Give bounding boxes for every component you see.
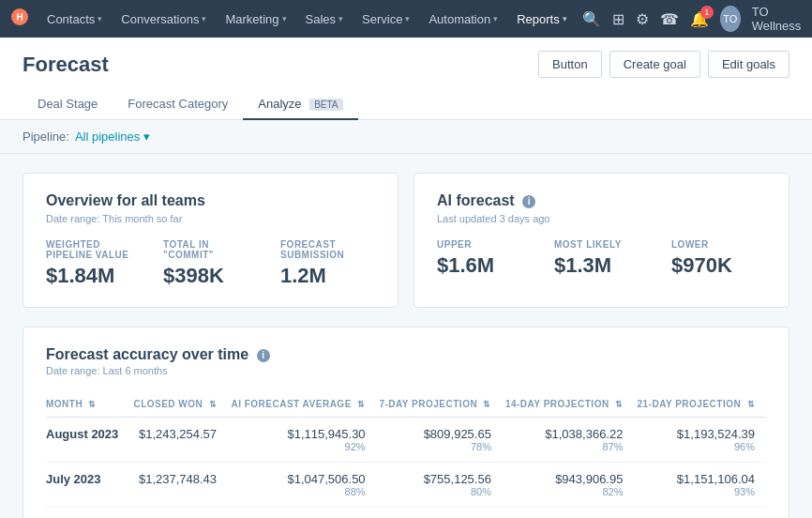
col-ai-forecast-avg: AI FORECAST AVERAGE ⇅ — [228, 391, 377, 418]
ai-forecast-card: AI forecast i Last updated 3 days ago UP… — [414, 173, 789, 308]
data-table: MONTH ⇅ CLOSED WON ⇅ AI FORECAST AVERAGE… — [46, 391, 766, 518]
metric-weighted-pipeline: WEIGHTED PIPELINE VALUE $1.84M — [46, 239, 141, 288]
nav-item-contacts[interactable]: Contacts ▾ — [39, 8, 110, 30]
table-row: June 2023 $922,609.54 $566,946.26 $766,1… — [46, 508, 766, 519]
pipeline-label: Pipeline: — [23, 130, 69, 144]
cell-month: August 2023 — [46, 418, 131, 463]
chevron-down-icon: ▾ — [338, 14, 343, 23]
metric-value: $398K — [163, 264, 258, 288]
nav-item-conversations[interactable]: Conversations ▾ — [113, 8, 214, 30]
cell-ai-forecast-avg: $1,115,945.30 92% — [228, 418, 377, 463]
chevron-down-icon: ▾ — [202, 14, 206, 23]
beta-badge: BETA — [309, 99, 342, 111]
sort-icon[interactable]: ⇅ — [483, 400, 491, 409]
chevron-down-icon: ▾ — [493, 14, 498, 23]
metric-label: WEIGHTED PIPELINE VALUE — [46, 239, 141, 260]
info-icon[interactable]: i — [522, 195, 535, 208]
cell-7day: $755,125.56 80% — [377, 463, 503, 508]
nav-item-service[interactable]: Service ▾ — [354, 8, 417, 30]
metric-label: LOWER — [671, 239, 766, 250]
settings-icon[interactable]: ⚙ — [636, 10, 649, 28]
metric-label: FORECAST SUBMISSION — [280, 239, 375, 260]
cell-ai-forecast-avg: $922,609.54 — [228, 508, 377, 519]
metric-upper: UPPER $1.6M — [437, 239, 532, 278]
col-7day: 7-DAY PROJECTION ⇅ — [377, 391, 503, 418]
sort-icon[interactable]: ⇅ — [88, 400, 97, 409]
accuracy-table-card: Forecast accuracy over time i Date range… — [23, 327, 789, 518]
col-month: MONTH ⇅ — [46, 391, 131, 418]
overview-card: Overview for all teams Date range: This … — [23, 173, 398, 308]
sort-icon[interactable]: ⇅ — [209, 400, 218, 409]
cell-7day: $809,925.65 78% — [377, 418, 503, 463]
cell-month: July 2023 — [46, 463, 131, 508]
edit-goals-button[interactable]: Edit goals — [708, 51, 789, 78]
notifications-icon[interactable]: 🔔 1 — [690, 10, 709, 28]
chevron-down-icon: ▾ — [282, 14, 287, 23]
col-21day: 21-DAY PROJECTION ⇅ — [634, 391, 766, 418]
accuracy-table-title: Forecast accuracy over time i — [46, 346, 766, 363]
metric-forecast-submission: FORECAST SUBMISSION 1.2M — [280, 239, 375, 288]
tab-analyze[interactable]: Analyze BETA — [243, 89, 357, 120]
cell-21day: $1,193,524.39 96% — [634, 418, 766, 463]
pipeline-selector[interactable]: All pipelines ▾ — [75, 130, 150, 144]
nav-item-marketing[interactable]: Marketing ▾ — [218, 8, 293, 30]
avatar[interactable]: TO — [720, 6, 741, 32]
ai-forecast-card-title: AI forecast i — [437, 192, 766, 209]
cell-14day: $1,038,366.22 87% — [503, 418, 635, 463]
button-generic[interactable]: Button — [538, 51, 602, 78]
cell-closed-won: $1,237,748.43 — [131, 463, 228, 508]
user-label[interactable]: TO Wellness — [752, 5, 806, 33]
page-header: Forecast Button Create goal Edit goals D… — [0, 38, 812, 120]
search-icon[interactable]: 🔍 — [582, 10, 601, 28]
sort-icon[interactable]: ⇅ — [357, 400, 366, 409]
nav-item-reports[interactable]: Reports ▾ — [509, 8, 575, 30]
top-nav: H Contacts ▾ Conversations ▾ Marketing ▾… — [0, 0, 812, 38]
cell-14day: $943,906.95 82% — [503, 463, 635, 508]
table-row: July 2023 $1,237,748.43 $1,047,506.50 88… — [46, 463, 766, 508]
page-title: Forecast — [23, 53, 109, 77]
metric-label: MOST LIKELY — [554, 239, 649, 250]
marketplace-icon[interactable]: ⊞ — [612, 10, 624, 28]
cell-closed-won: $1,243,254.57 — [131, 418, 228, 463]
cell-month: June 2023 — [46, 508, 131, 519]
cell-21day: $1,151,106.04 93% — [634, 463, 766, 508]
cell-14day: $766,143.59 — [503, 508, 635, 519]
metric-value: 1.2M — [280, 264, 375, 288]
metric-value: $1.6M — [437, 253, 532, 278]
notification-badge: 1 — [700, 6, 714, 19]
tab-forecast-category[interactable]: Forecast Category — [113, 89, 243, 120]
overview-card-title: Overview for all teams — [46, 192, 375, 209]
cell-ai-forecast-avg: $1,047,506.50 88% — [228, 463, 377, 508]
chevron-down-icon: ▾ — [563, 14, 567, 23]
cards-row: Overview for all teams Date range: This … — [23, 173, 789, 308]
cell-closed-won — [131, 508, 228, 519]
col-closed-won: CLOSED WON ⇅ — [131, 391, 228, 418]
sub-header: Pipeline: All pipelines ▾ — [0, 120, 812, 154]
info-icon[interactable]: i — [257, 349, 270, 362]
create-goal-button[interactable]: Create goal — [609, 51, 700, 78]
table-row: August 2023 $1,243,254.57 $1,115,945.30 … — [46, 418, 766, 463]
sort-icon[interactable]: ⇅ — [615, 400, 624, 409]
metric-label: TOTAL IN "COMMIT" — [163, 239, 258, 260]
metric-value: $1.3M — [554, 253, 649, 278]
sort-icon[interactable]: ⇅ — [747, 400, 756, 409]
tabs: Deal Stage Forecast Category Analyze BET… — [23, 89, 789, 119]
overview-card-subtitle: Date range: This month so far — [46, 213, 375, 224]
metric-value: $1.84M — [46, 264, 141, 288]
cell-7day: $566,946.26 — [377, 508, 503, 519]
svg-text:H: H — [16, 12, 23, 23]
nav-item-sales[interactable]: Sales ▾ — [298, 8, 352, 30]
hubspot-logo[interactable]: H — [11, 8, 28, 30]
metric-most-likely: MOST LIKELY $1.3M — [554, 239, 649, 278]
help-icon[interactable]: ☎ — [660, 10, 679, 28]
metric-lower: LOWER $970K — [671, 239, 766, 278]
col-14day: 14-DAY PROJECTION ⇅ — [503, 391, 635, 418]
main-content: Overview for all teams Date range: This … — [0, 154, 812, 518]
metric-value: $970K — [671, 253, 766, 278]
ai-forecast-card-subtitle: Last updated 3 days ago — [437, 213, 766, 224]
tab-deal-stage[interactable]: Deal Stage — [23, 89, 113, 120]
cell-21day: $1,079,075.48 — [634, 508, 766, 519]
accuracy-table-subtitle: Date range: Last 6 months — [46, 365, 766, 376]
nav-item-automation[interactable]: Automation ▾ — [421, 8, 505, 30]
metric-total-commit: TOTAL IN "COMMIT" $398K — [163, 239, 258, 288]
